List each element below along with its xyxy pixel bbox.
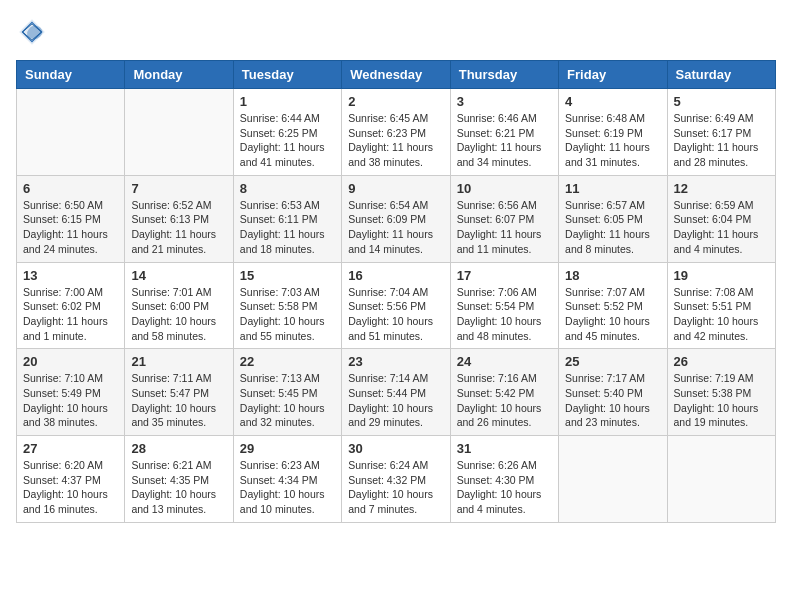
day-number: 11 (565, 181, 660, 196)
day-number: 24 (457, 354, 552, 369)
calendar-cell: 22Sunrise: 7:13 AM Sunset: 5:45 PM Dayli… (233, 349, 341, 436)
day-number: 12 (674, 181, 769, 196)
day-number: 6 (23, 181, 118, 196)
day-info: Sunrise: 7:04 AM Sunset: 5:56 PM Dayligh… (348, 285, 443, 344)
day-info: Sunrise: 6:59 AM Sunset: 6:04 PM Dayligh… (674, 198, 769, 257)
calendar-cell: 23Sunrise: 7:14 AM Sunset: 5:44 PM Dayli… (342, 349, 450, 436)
calendar-cell: 20Sunrise: 7:10 AM Sunset: 5:49 PM Dayli… (17, 349, 125, 436)
calendar-week-4: 20Sunrise: 7:10 AM Sunset: 5:49 PM Dayli… (17, 349, 776, 436)
day-info: Sunrise: 7:17 AM Sunset: 5:40 PM Dayligh… (565, 371, 660, 430)
day-number: 4 (565, 94, 660, 109)
day-info: Sunrise: 7:08 AM Sunset: 5:51 PM Dayligh… (674, 285, 769, 344)
header-day-monday: Monday (125, 61, 233, 89)
day-number: 2 (348, 94, 443, 109)
logo-icon (16, 16, 48, 48)
day-info: Sunrise: 6:50 AM Sunset: 6:15 PM Dayligh… (23, 198, 118, 257)
day-number: 20 (23, 354, 118, 369)
calendar-cell: 2Sunrise: 6:45 AM Sunset: 6:23 PM Daylig… (342, 89, 450, 176)
day-info: Sunrise: 7:14 AM Sunset: 5:44 PM Dayligh… (348, 371, 443, 430)
day-number: 23 (348, 354, 443, 369)
header-day-wednesday: Wednesday (342, 61, 450, 89)
day-info: Sunrise: 6:21 AM Sunset: 4:35 PM Dayligh… (131, 458, 226, 517)
day-info: Sunrise: 7:16 AM Sunset: 5:42 PM Dayligh… (457, 371, 552, 430)
day-number: 10 (457, 181, 552, 196)
header-day-saturday: Saturday (667, 61, 775, 89)
calendar-cell: 18Sunrise: 7:07 AM Sunset: 5:52 PM Dayli… (559, 262, 667, 349)
calendar-cell: 21Sunrise: 7:11 AM Sunset: 5:47 PM Dayli… (125, 349, 233, 436)
day-number: 7 (131, 181, 226, 196)
calendar-cell: 28Sunrise: 6:21 AM Sunset: 4:35 PM Dayli… (125, 436, 233, 523)
day-number: 8 (240, 181, 335, 196)
calendar-cell: 1Sunrise: 6:44 AM Sunset: 6:25 PM Daylig… (233, 89, 341, 176)
calendar-cell: 29Sunrise: 6:23 AM Sunset: 4:34 PM Dayli… (233, 436, 341, 523)
day-number: 27 (23, 441, 118, 456)
calendar-cell: 15Sunrise: 7:03 AM Sunset: 5:58 PM Dayli… (233, 262, 341, 349)
day-info: Sunrise: 6:20 AM Sunset: 4:37 PM Dayligh… (23, 458, 118, 517)
day-info: Sunrise: 6:24 AM Sunset: 4:32 PM Dayligh… (348, 458, 443, 517)
day-number: 9 (348, 181, 443, 196)
calendar-cell: 12Sunrise: 6:59 AM Sunset: 6:04 PM Dayli… (667, 175, 775, 262)
day-number: 21 (131, 354, 226, 369)
day-info: Sunrise: 7:13 AM Sunset: 5:45 PM Dayligh… (240, 371, 335, 430)
calendar-cell: 3Sunrise: 6:46 AM Sunset: 6:21 PM Daylig… (450, 89, 558, 176)
day-number: 30 (348, 441, 443, 456)
day-info: Sunrise: 7:10 AM Sunset: 5:49 PM Dayligh… (23, 371, 118, 430)
day-info: Sunrise: 7:03 AM Sunset: 5:58 PM Dayligh… (240, 285, 335, 344)
calendar-cell: 16Sunrise: 7:04 AM Sunset: 5:56 PM Dayli… (342, 262, 450, 349)
calendar-week-1: 1Sunrise: 6:44 AM Sunset: 6:25 PM Daylig… (17, 89, 776, 176)
day-info: Sunrise: 6:54 AM Sunset: 6:09 PM Dayligh… (348, 198, 443, 257)
calendar-cell (559, 436, 667, 523)
day-info: Sunrise: 6:53 AM Sunset: 6:11 PM Dayligh… (240, 198, 335, 257)
calendar-cell: 6Sunrise: 6:50 AM Sunset: 6:15 PM Daylig… (17, 175, 125, 262)
calendar-cell: 11Sunrise: 6:57 AM Sunset: 6:05 PM Dayli… (559, 175, 667, 262)
day-info: Sunrise: 6:46 AM Sunset: 6:21 PM Dayligh… (457, 111, 552, 170)
calendar-cell (125, 89, 233, 176)
day-number: 3 (457, 94, 552, 109)
calendar-week-3: 13Sunrise: 7:00 AM Sunset: 6:02 PM Dayli… (17, 262, 776, 349)
day-info: Sunrise: 7:11 AM Sunset: 5:47 PM Dayligh… (131, 371, 226, 430)
day-info: Sunrise: 7:07 AM Sunset: 5:52 PM Dayligh… (565, 285, 660, 344)
calendar-header: SundayMondayTuesdayWednesdayThursdayFrid… (17, 61, 776, 89)
day-number: 18 (565, 268, 660, 283)
day-info: Sunrise: 7:00 AM Sunset: 6:02 PM Dayligh… (23, 285, 118, 344)
calendar-cell: 25Sunrise: 7:17 AM Sunset: 5:40 PM Dayli… (559, 349, 667, 436)
calendar-cell: 9Sunrise: 6:54 AM Sunset: 6:09 PM Daylig… (342, 175, 450, 262)
day-info: Sunrise: 6:23 AM Sunset: 4:34 PM Dayligh… (240, 458, 335, 517)
day-number: 16 (348, 268, 443, 283)
day-number: 22 (240, 354, 335, 369)
calendar-cell: 10Sunrise: 6:56 AM Sunset: 6:07 PM Dayli… (450, 175, 558, 262)
day-number: 29 (240, 441, 335, 456)
day-number: 28 (131, 441, 226, 456)
day-info: Sunrise: 6:56 AM Sunset: 6:07 PM Dayligh… (457, 198, 552, 257)
day-info: Sunrise: 6:49 AM Sunset: 6:17 PM Dayligh… (674, 111, 769, 170)
calendar-cell: 13Sunrise: 7:00 AM Sunset: 6:02 PM Dayli… (17, 262, 125, 349)
calendar-cell (17, 89, 125, 176)
day-info: Sunrise: 6:57 AM Sunset: 6:05 PM Dayligh… (565, 198, 660, 257)
calendar-cell: 17Sunrise: 7:06 AM Sunset: 5:54 PM Dayli… (450, 262, 558, 349)
day-info: Sunrise: 6:26 AM Sunset: 4:30 PM Dayligh… (457, 458, 552, 517)
page-header (16, 16, 776, 48)
calendar-cell: 31Sunrise: 6:26 AM Sunset: 4:30 PM Dayli… (450, 436, 558, 523)
calendar-cell: 14Sunrise: 7:01 AM Sunset: 6:00 PM Dayli… (125, 262, 233, 349)
day-info: Sunrise: 6:45 AM Sunset: 6:23 PM Dayligh… (348, 111, 443, 170)
day-info: Sunrise: 7:01 AM Sunset: 6:00 PM Dayligh… (131, 285, 226, 344)
calendar-cell: 30Sunrise: 6:24 AM Sunset: 4:32 PM Dayli… (342, 436, 450, 523)
calendar-cell: 19Sunrise: 7:08 AM Sunset: 5:51 PM Dayli… (667, 262, 775, 349)
calendar-cell: 8Sunrise: 6:53 AM Sunset: 6:11 PM Daylig… (233, 175, 341, 262)
logo (16, 16, 52, 48)
day-info: Sunrise: 6:48 AM Sunset: 6:19 PM Dayligh… (565, 111, 660, 170)
calendar-body: 1Sunrise: 6:44 AM Sunset: 6:25 PM Daylig… (17, 89, 776, 523)
calendar-week-2: 6Sunrise: 6:50 AM Sunset: 6:15 PM Daylig… (17, 175, 776, 262)
header-day-sunday: Sunday (17, 61, 125, 89)
calendar-cell: 7Sunrise: 6:52 AM Sunset: 6:13 PM Daylig… (125, 175, 233, 262)
calendar-week-5: 27Sunrise: 6:20 AM Sunset: 4:37 PM Dayli… (17, 436, 776, 523)
day-number: 25 (565, 354, 660, 369)
day-number: 13 (23, 268, 118, 283)
header-row: SundayMondayTuesdayWednesdayThursdayFrid… (17, 61, 776, 89)
day-info: Sunrise: 7:06 AM Sunset: 5:54 PM Dayligh… (457, 285, 552, 344)
header-day-tuesday: Tuesday (233, 61, 341, 89)
day-info: Sunrise: 6:44 AM Sunset: 6:25 PM Dayligh… (240, 111, 335, 170)
header-day-thursday: Thursday (450, 61, 558, 89)
day-number: 19 (674, 268, 769, 283)
calendar-table: SundayMondayTuesdayWednesdayThursdayFrid… (16, 60, 776, 523)
